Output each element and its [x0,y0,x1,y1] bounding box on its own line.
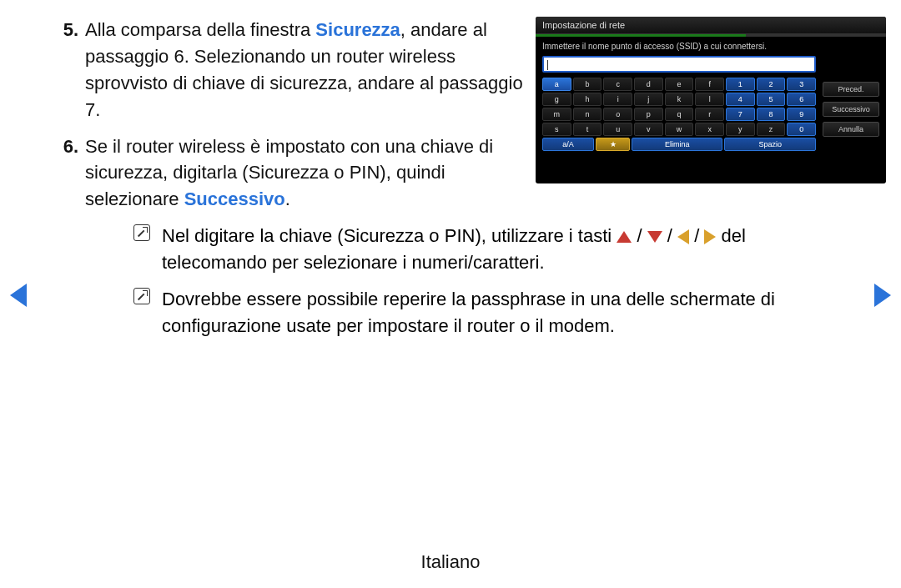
key-k[interactable]: k [665,93,694,106]
key-6[interactable]: 6 [787,93,816,106]
key-p[interactable]: p [634,108,663,121]
key-j[interactable]: j [634,93,663,106]
key-9[interactable]: 9 [787,108,816,121]
note-1-pre: Nel digitare la chiave (Sicurezza o PIN)… [162,225,617,246]
highlight-sicurezza: Sicurezza [315,19,400,40]
key-n[interactable]: n [573,108,602,121]
key-i[interactable]: i [603,93,632,106]
key-b[interactable]: b [573,78,602,91]
step-6-number: 6. [50,133,85,214]
page-next-icon[interactable] [874,284,891,307]
key-2[interactable]: 2 [757,78,786,91]
up-arrow-icon [617,231,632,243]
key-y[interactable]: y [726,123,755,136]
key-space[interactable]: Spazio [724,138,816,151]
left-arrow-icon [677,229,689,244]
sep2: / [667,225,677,246]
key-s[interactable]: s [542,123,571,136]
prev-button[interactable]: Preced. [823,82,879,97]
note-1-body: Nel digitare la chiave (Sicurezza o PIN)… [162,223,818,276]
ssid-input[interactable] [542,56,816,73]
step-6: 6. Se il router wireless è impostato con… [50,133,526,214]
step-5-number: 5. [50,17,85,123]
onscreen-keyboard: abcdef123ghijkl456mnopqr789stuvwxyz0 [542,78,816,136]
step-5: 5. Alla comparsa della finestra Sicurezz… [50,17,526,123]
keyboard-bottom-row: a/A ★ Elimina Spazio [542,138,816,151]
tv-prompt: Immettere il nome punto di accesso (SSID… [542,42,816,51]
key-3[interactable]: 3 [787,78,816,91]
step-5-body: Alla comparsa della finestra Sicurezza, … [85,17,526,123]
key-c[interactable]: c [603,78,632,91]
step-5-pre: Alla comparsa della finestra [85,19,315,40]
key-z[interactable]: z [757,123,786,136]
highlight-successivo: Successivo [184,188,285,209]
key-0[interactable]: 0 [787,123,816,136]
cancel-button[interactable]: Annulla [823,122,879,137]
key-o[interactable]: o [603,108,632,121]
key-4[interactable]: 4 [726,93,755,106]
key-e[interactable]: e [665,78,694,91]
key-g[interactable]: g [542,93,571,106]
key-t[interactable]: t [573,123,602,136]
note-2: Dovrebbe essere possibile reperire la pa… [50,286,818,339]
note-icon [133,286,162,339]
key-a[interactable]: a [542,78,571,91]
footer-language: Italiano [0,551,901,573]
key-shift[interactable]: a/A [542,138,594,151]
tv-title: Impostazione di rete [536,17,886,34]
note-2-body: Dovrebbe essere possibile reperire la pa… [162,286,818,339]
sep3: / [694,225,704,246]
note-icon [133,223,162,276]
key-7[interactable]: 7 [726,108,755,121]
step-6-post: . [285,188,290,209]
key-m[interactable]: m [542,108,571,121]
tv-dialog: Impostazione di rete Immettere il nome p… [536,17,886,183]
page-prev-icon[interactable] [10,284,27,307]
key-delete[interactable]: Elimina [632,138,723,151]
key-l[interactable]: l [695,93,724,106]
right-arrow-icon [704,229,716,244]
note-1: Nel digitare la chiave (Sicurezza o PIN)… [50,223,818,276]
key-star[interactable]: ★ [596,138,630,151]
key-8[interactable]: 8 [757,108,786,121]
key-u[interactable]: u [603,123,632,136]
key-x[interactable]: x [695,123,724,136]
key-v[interactable]: v [634,123,663,136]
down-arrow-icon [647,231,662,243]
key-f[interactable]: f [695,78,724,91]
next-button[interactable]: Successivo [823,102,879,117]
key-h[interactable]: h [573,93,602,106]
key-r[interactable]: r [695,108,724,121]
key-d[interactable]: d [634,78,663,91]
key-q[interactable]: q [665,108,694,121]
key-w[interactable]: w [665,123,694,136]
step-6-body: Se il router wireless è impostato con un… [85,133,526,214]
sep1: / [637,225,647,246]
key-1[interactable]: 1 [726,78,755,91]
key-5[interactable]: 5 [757,93,786,106]
